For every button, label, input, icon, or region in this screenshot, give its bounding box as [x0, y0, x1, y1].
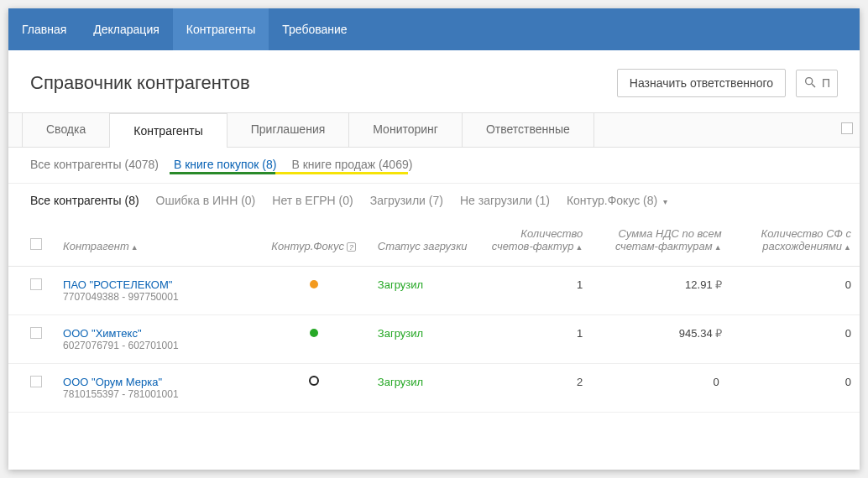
nav-item-requirement[interactable]: Требование: [269, 8, 360, 50]
discrep-cell: 0: [730, 267, 860, 315]
select-all-checkbox[interactable]: [30, 238, 42, 250]
col-status[interactable]: Статус загрузки: [369, 217, 480, 267]
right-checkbox[interactable]: [841, 122, 853, 134]
search-icon: [803, 75, 817, 91]
col-count[interactable]: Количество счетов-фактур▲: [480, 217, 591, 267]
contragents-table: Контрагент▲ Контур.Фокус? Статус загрузк…: [8, 217, 860, 413]
status-filter-row: Все контрагенты (8) Ошибка в ИНН (0) Нет…: [8, 184, 860, 217]
nav-item-home[interactable]: Главная: [8, 8, 80, 50]
tab-monitoring[interactable]: Мониторинг: [349, 112, 463, 147]
sort-arrow-icon: ▲: [714, 243, 722, 252]
focus-dot-icon: [310, 280, 318, 288]
sum-cell: 945.34₽: [591, 315, 729, 364]
filter2-inn-error[interactable]: Ошибка в ИНН (0): [156, 194, 256, 207]
table-row: ООО "Орум Мерка" 7810155397 - 781001001 …: [8, 364, 860, 413]
nav-item-declaration[interactable]: Декларация: [80, 8, 173, 50]
filter2-focus-label: Контур.Фокус (8): [567, 194, 657, 207]
table-row: ПАО "РОСТЕЛЕКОМ" 7707049388 - 997750001 …: [8, 267, 860, 315]
assign-responsible-button[interactable]: Назначить ответственного: [617, 69, 786, 97]
count-cell: 2: [480, 364, 591, 413]
discrep-cell: 0: [730, 364, 860, 413]
focus-dot-icon: [310, 329, 318, 337]
contragent-link[interactable]: ООО "Орум Мерка": [63, 376, 249, 388]
sum-cell: 12.91₽: [591, 267, 729, 315]
contragent-id: 7810155397 - 781001001: [63, 388, 249, 400]
page-tabs: Сводка Контрагенты Приглашения Мониторин…: [8, 112, 860, 148]
col-contragent[interactable]: Контрагент▲: [55, 217, 258, 267]
filter-sales[interactable]: В книге продаж (4069): [291, 158, 412, 171]
filter2-loaded[interactable]: Загрузили (7): [370, 194, 443, 207]
row-checkbox[interactable]: [30, 278, 42, 290]
contragent-id: 6027076791 - 602701001: [63, 340, 249, 351]
status-text: Загрузил: [378, 278, 423, 291]
contragent-id: 7707049388 - 997750001: [63, 291, 249, 303]
filter2-not-loaded[interactable]: Не загрузили (1): [460, 194, 550, 207]
discrep-cell: 0: [730, 315, 860, 364]
chevron-down-icon: ▾: [663, 197, 667, 206]
status-text: Загрузил: [378, 327, 423, 340]
svg-point-0: [806, 77, 813, 84]
col-sum[interactable]: Сумма НДС по всем счетам-фактурам▲: [591, 217, 729, 267]
filter2-no-egrn[interactable]: Нет в ЕГРН (0): [272, 194, 353, 207]
svg-line-1: [812, 84, 815, 87]
tab-invites[interactable]: Приглашения: [227, 112, 350, 147]
search-container[interactable]: [796, 70, 838, 97]
sum-cell: 0: [591, 364, 729, 413]
tab-contragents[interactable]: Контрагенты: [110, 113, 227, 148]
filter2-all[interactable]: Все контрагенты (8): [30, 194, 139, 207]
tab-responsibles[interactable]: Ответственные: [463, 112, 594, 147]
top-nav: Главная Декларация Контрагенты Требовани…: [8, 8, 860, 50]
filter-purchases[interactable]: В книге покупок (8): [174, 158, 277, 171]
page-title: Справочник контрагентов: [30, 72, 617, 94]
col-discrep[interactable]: Количество СФ с расхождениями▲: [730, 217, 860, 267]
help-icon[interactable]: ?: [347, 242, 356, 252]
contragent-link[interactable]: ООО "Химтекс": [63, 327, 249, 340]
count-cell: 1: [480, 267, 591, 315]
page-header: Справочник контрагентов Назначить ответс…: [8, 50, 860, 112]
filter2-focus[interactable]: Контур.Фокус (8) ▾: [567, 194, 667, 207]
status-text: Загрузил: [378, 376, 423, 388]
highlight-active-bar: [170, 172, 275, 174]
table-body: ПАО "РОСТЕЛЕКОМ" 7707049388 - 997750001 …: [8, 267, 860, 413]
sort-arrow-icon: ▲: [575, 243, 583, 252]
count-cell: 1: [480, 315, 591, 364]
table-row: ООО "Химтекс" 6027076791 - 602701001 Заг…: [8, 315, 860, 364]
row-checkbox[interactable]: [30, 327, 42, 339]
col-focus[interactable]: Контур.Фокус?: [259, 217, 369, 267]
sort-arrow-icon: ▲: [131, 243, 139, 252]
sort-arrow-icon: ▲: [844, 243, 851, 252]
focus-ring-icon: [309, 376, 319, 386]
search-input[interactable]: [822, 76, 830, 90]
contragent-link[interactable]: ПАО "РОСТЕЛЕКОМ": [63, 278, 249, 291]
book-filter-row: Все контрагенты (4078) В книге покупок (…: [8, 148, 860, 184]
filter-all[interactable]: Все контрагенты (4078): [30, 158, 159, 171]
nav-item-contragents[interactable]: Контрагенты: [173, 8, 269, 50]
tab-summary[interactable]: Сводка: [22, 112, 110, 147]
row-checkbox[interactable]: [30, 376, 42, 387]
